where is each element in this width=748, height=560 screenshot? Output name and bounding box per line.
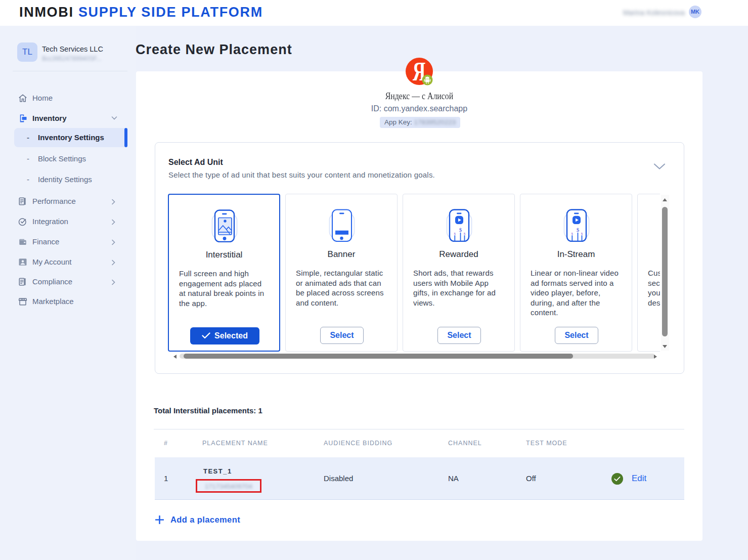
svg-text:$: $ (464, 232, 466, 236)
svg-text:$: $ (454, 232, 456, 236)
svg-text:$: $ (577, 227, 580, 233)
svg-text:$: $ (459, 227, 462, 233)
svg-text:$: $ (581, 232, 583, 236)
svg-text:$: $ (571, 232, 574, 236)
